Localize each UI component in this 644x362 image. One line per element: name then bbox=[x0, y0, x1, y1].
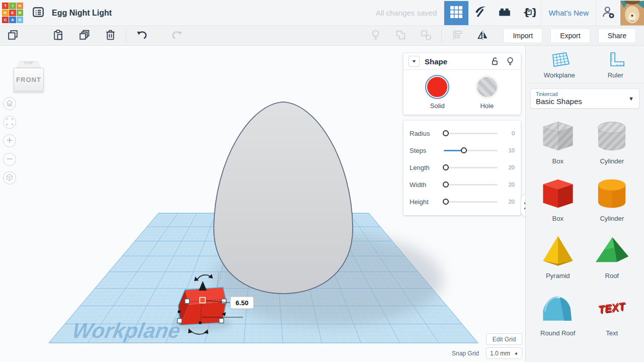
show-all-button[interactable] bbox=[367, 28, 384, 43]
shape-category-select[interactable]: Tinkercad Basic Shapes ▼ bbox=[530, 88, 639, 109]
share-button[interactable]: Share bbox=[598, 28, 636, 43]
brick-export-button[interactable] bbox=[493, 1, 517, 25]
view-cube[interactable]: TOP FRONT bbox=[14, 61, 44, 92]
fit-view-icon bbox=[6, 118, 14, 127]
panel-title: Shape bbox=[425, 57, 484, 66]
zoom-in-button[interactable] bbox=[3, 134, 16, 147]
hole-swatch[interactable]: Hole bbox=[476, 76, 498, 110]
shape-inspector-panel: Shape Solid bbox=[404, 53, 521, 215]
width-slider[interactable] bbox=[444, 184, 498, 186]
redo-icon bbox=[171, 29, 184, 43]
view-cube-front[interactable]: FRONT bbox=[14, 68, 44, 92]
shape-tile-round-roof[interactable]: Round Roof bbox=[531, 289, 585, 337]
egg-shape[interactable] bbox=[211, 101, 357, 297]
shapes-sidebar: Workplane Ruler Tinkercad Basic Sh bbox=[525, 46, 644, 362]
slider-row-length: Length 20 bbox=[410, 159, 515, 176]
shape-tile-cylinder-hole[interactable]: Cylinder bbox=[585, 117, 639, 165]
workplane-icon bbox=[549, 51, 570, 69]
round-roof-icon bbox=[539, 289, 577, 328]
hide-lightbulb-icon[interactable] bbox=[505, 56, 516, 67]
shape-params-card: Radius 0 Steps 10 Length 20 Width 20 bbox=[404, 121, 521, 215]
align-button[interactable] bbox=[449, 28, 466, 43]
align-icon bbox=[451, 29, 464, 43]
snap-grid-select[interactable]: 1.0 mm ▲ bbox=[486, 347, 522, 359]
home-view-button[interactable] bbox=[3, 97, 16, 110]
design-title: Egg Night Light bbox=[52, 9, 112, 18]
ungroup-button[interactable] bbox=[417, 28, 434, 43]
delete-button[interactable] bbox=[102, 28, 119, 43]
paste-icon bbox=[52, 29, 64, 43]
duplicate-icon bbox=[78, 29, 91, 43]
view-cube-top[interactable]: TOP bbox=[16, 61, 41, 68]
steps-slider[interactable] bbox=[444, 150, 498, 151]
shape-tile-pyramid[interactable]: Pyramid bbox=[531, 231, 585, 280]
svg-text:}: } bbox=[531, 7, 536, 18]
zoom-out-button[interactable] bbox=[3, 153, 16, 166]
svg-text:6.50: 6.50 bbox=[235, 299, 248, 307]
shape-tile-cylinder[interactable]: Cylinder bbox=[585, 174, 639, 222]
import-button[interactable]: Import bbox=[503, 28, 542, 43]
whats-new-link[interactable]: What's New bbox=[541, 9, 596, 17]
pickaxe-icon bbox=[474, 6, 487, 20]
perspective-cube-icon bbox=[6, 173, 14, 183]
shape-tile-roof[interactable]: Roof bbox=[585, 231, 639, 280]
mid-handle[interactable] bbox=[178, 311, 181, 313]
ruler-icon bbox=[605, 51, 626, 69]
design-properties-button[interactable] bbox=[30, 5, 47, 22]
code-braces-icon: { } bbox=[522, 6, 536, 21]
cylinder-icon bbox=[593, 174, 630, 213]
shape-tile-box-hole[interactable]: Box bbox=[531, 117, 585, 165]
properties-list-icon bbox=[32, 6, 45, 20]
box-icon bbox=[539, 174, 577, 213]
lightbulb-icon bbox=[369, 29, 382, 43]
radius-slider[interactable] bbox=[444, 133, 498, 134]
hole-pattern-circle bbox=[476, 76, 498, 98]
workplane-tool[interactable]: Workplane bbox=[544, 51, 575, 79]
tinkercad-logo[interactable]: T I N K E R C A D bbox=[2, 2, 24, 24]
length-slider[interactable] bbox=[444, 167, 498, 168]
plus-icon bbox=[6, 136, 14, 146]
perspective-toggle-button[interactable] bbox=[3, 171, 16, 185]
group-icon bbox=[394, 29, 407, 43]
solid-swatch[interactable]: Solid bbox=[426, 76, 448, 110]
invite-collaborator-button[interactable] bbox=[596, 1, 620, 25]
minecraft-export-button[interactable] bbox=[468, 1, 493, 25]
dashboard-grid-button[interactable] bbox=[444, 1, 468, 25]
caret-up-icon: ▲ bbox=[514, 351, 518, 355]
shapes-grid: Box Cylinder Box bbox=[526, 111, 644, 343]
mirror-icon bbox=[476, 29, 489, 43]
export-button[interactable]: Export bbox=[550, 28, 590, 43]
panel-collapse-button[interactable] bbox=[409, 56, 420, 67]
shape-tile-text[interactable]: TEXT TEXT Text bbox=[585, 289, 639, 337]
slider-row-height: Height 20 bbox=[410, 193, 515, 210]
group-button[interactable] bbox=[392, 28, 409, 43]
pyramid-icon bbox=[539, 231, 577, 270]
ungroup-icon bbox=[420, 29, 432, 43]
mirror-button[interactable] bbox=[474, 28, 491, 43]
copy-icon bbox=[7, 29, 19, 43]
codeblocks-button[interactable]: { } bbox=[517, 1, 541, 25]
solid-color-circle bbox=[426, 76, 448, 98]
viewport-nav bbox=[3, 97, 16, 185]
copy-button[interactable] bbox=[4, 28, 21, 43]
box-hole-icon bbox=[539, 117, 577, 156]
text-3d-icon: TEXT TEXT bbox=[593, 289, 630, 328]
edit-grid-button[interactable]: Edit Grid bbox=[486, 333, 522, 345]
height-slider[interactable] bbox=[444, 201, 498, 203]
active-scale-handle[interactable] bbox=[200, 298, 205, 303]
tinkercad-app: T I N K E R C A D Egg Ni bbox=[0, 0, 644, 362]
paste-button[interactable] bbox=[49, 28, 66, 43]
slider-row-radius: Radius 0 bbox=[410, 125, 515, 142]
trash-icon bbox=[104, 29, 117, 43]
avatar[interactable] bbox=[620, 1, 644, 26]
shape-tile-box[interactable]: Box bbox=[531, 174, 585, 222]
roof-icon bbox=[593, 231, 630, 270]
ruler-tool[interactable]: Ruler bbox=[605, 51, 626, 79]
fit-view-button[interactable] bbox=[3, 116, 16, 129]
autosave-status: All changes saved bbox=[376, 9, 437, 17]
redo-button[interactable] bbox=[169, 28, 186, 43]
duplicate-button[interactable] bbox=[75, 28, 93, 43]
unlock-icon[interactable] bbox=[489, 56, 500, 67]
undo-button[interactable] bbox=[133, 28, 150, 43]
mid-handle[interactable] bbox=[199, 322, 202, 324]
